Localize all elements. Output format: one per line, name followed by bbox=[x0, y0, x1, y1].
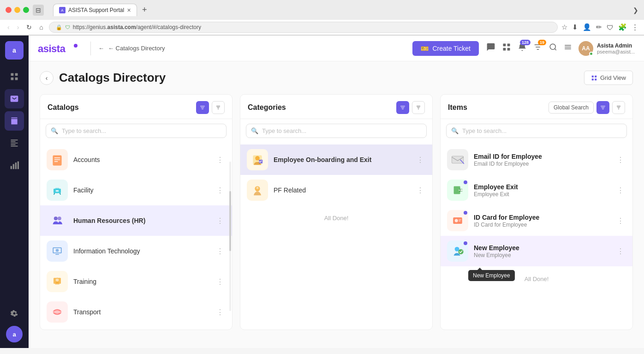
hr-more-button[interactable]: ⋮ bbox=[215, 215, 226, 227]
page-back-button[interactable]: ‹ bbox=[40, 71, 54, 85]
catalogs-panel: Catalogs 🔍 bbox=[40, 94, 233, 330]
new-tab-button[interactable]: + bbox=[139, 5, 150, 16]
category-item-onboarding[interactable]: Employee On-boarding and Exit ⋮ bbox=[240, 144, 432, 175]
it-more-button[interactable]: ⋮ bbox=[215, 245, 226, 258]
email-id-menu-button[interactable]: ⋮ bbox=[615, 154, 626, 166]
categories-list: Employee On-boarding and Exit ⋮ bbox=[240, 143, 432, 330]
extensions-icon[interactable]: 🧩 bbox=[618, 23, 627, 31]
categories-sort-button[interactable] bbox=[396, 101, 409, 114]
categories-search-input[interactable] bbox=[262, 127, 422, 134]
maximize-button[interactable] bbox=[23, 7, 29, 13]
id-card-menu-button[interactable]: ⋮ bbox=[615, 215, 626, 227]
sidebar-item-settings[interactable] bbox=[5, 304, 24, 323]
catalogs-search-input[interactable] bbox=[62, 127, 221, 134]
svg-rect-15 bbox=[565, 45, 571, 46]
catalog-item-hr[interactable]: Human Resources (HR) ⋮ bbox=[40, 205, 232, 236]
training-more-button[interactable]: ⋮ bbox=[215, 276, 226, 288]
tab-close-button[interactable]: ✕ bbox=[127, 7, 131, 13]
new-employee-tooltip: New Employee bbox=[468, 270, 515, 281]
category-item-pf[interactable]: PF Related ⋮ bbox=[240, 175, 432, 205]
reload-button[interactable]: ↻ bbox=[24, 22, 34, 33]
item-new-employee[interactable]: New Employee New Employee ⋮ New Employee bbox=[441, 236, 632, 266]
user-email: pseema@asist... bbox=[597, 49, 635, 54]
download-icon[interactable]: ⬇ bbox=[572, 23, 578, 31]
catalogs-list: Accounts ⋮ bbox=[40, 143, 232, 330]
catalogs-sort-button[interactable] bbox=[196, 101, 209, 114]
browser-tab[interactable]: A ASISTA Support Portal ✕ bbox=[53, 4, 137, 16]
catalog-item-it[interactable]: Information Technology ⋮ bbox=[40, 236, 232, 266]
sidebar-item-catalog[interactable] bbox=[5, 111, 24, 131]
breadcrumb-back[interactable]: ← ← Catalogs Directory bbox=[98, 45, 165, 52]
svg-point-49 bbox=[455, 219, 458, 222]
catalog-item-accounts[interactable]: Accounts ⋮ bbox=[40, 144, 232, 175]
filter-icon[interactable]: 19 bbox=[533, 42, 543, 54]
new-employee-menu-button[interactable]: ⋮ bbox=[615, 245, 626, 258]
chat-icon[interactable] bbox=[486, 42, 495, 54]
svg-rect-44 bbox=[256, 191, 259, 192]
back-button[interactable]: ‹ bbox=[6, 22, 12, 33]
sidebar-item-analytics[interactable] bbox=[5, 156, 24, 175]
menu-icon[interactable] bbox=[564, 43, 572, 54]
catalogs-filter-button[interactable] bbox=[212, 101, 225, 114]
search-icon[interactable] bbox=[549, 43, 557, 54]
email-id-subtitle: Email ID for Employee bbox=[474, 161, 609, 167]
bell-icon[interactable]: 128 bbox=[518, 42, 527, 54]
grid-view-button[interactable]: Grid View bbox=[584, 71, 633, 85]
svg-rect-35 bbox=[55, 254, 59, 255]
new-employee-info: New Employee New Employee bbox=[474, 244, 609, 258]
profile-icon[interactable]: 👤 bbox=[583, 23, 591, 31]
minimize-button[interactable] bbox=[14, 7, 20, 13]
catalog-item-transport[interactable]: Transport ⋮ bbox=[40, 297, 232, 327]
svg-rect-23 bbox=[54, 157, 60, 158]
catalogs-scrollbar-thumb[interactable] bbox=[229, 191, 231, 251]
it-icon bbox=[47, 240, 68, 262]
svg-rect-2 bbox=[11, 78, 14, 80]
items-search-input[interactable] bbox=[462, 127, 622, 134]
catalog-item-training[interactable]: Training ⋮ bbox=[40, 266, 232, 297]
sidebar-item-tickets[interactable] bbox=[5, 89, 24, 108]
pen-icon[interactable]: ✏ bbox=[596, 23, 602, 31]
idcard-icon bbox=[447, 210, 468, 231]
item-employee-exit[interactable]: Employee Exit Employee Exit ⋮ bbox=[441, 175, 632, 205]
svg-rect-3 bbox=[15, 78, 18, 80]
sidebar-item-reports[interactable] bbox=[5, 133, 24, 153]
svg-rect-7 bbox=[18, 162, 19, 169]
sidebar-toggle-button[interactable]: ⊟ bbox=[33, 5, 44, 16]
categories-actions bbox=[396, 101, 425, 114]
close-button[interactable] bbox=[6, 7, 12, 13]
newemployee-icon bbox=[447, 240, 468, 262]
sidebar-user-avatar[interactable]: a bbox=[6, 326, 23, 342]
create-ticket-button[interactable]: 🎫 Create Ticket bbox=[412, 41, 478, 56]
grid-icon[interactable] bbox=[502, 42, 511, 54]
catalog-item-facility[interactable]: Facility ⋮ bbox=[40, 175, 232, 205]
shield-icon[interactable]: 🛡 bbox=[607, 24, 614, 31]
user-text: Asista Admin pseema@asist... bbox=[597, 42, 635, 54]
categories-filter-button[interactable] bbox=[412, 101, 425, 114]
user-info[interactable]: AA Asista Admin pseema@asist... bbox=[578, 41, 635, 56]
menu-icon[interactable]: ⋮ bbox=[632, 23, 638, 31]
items-filter-button[interactable] bbox=[612, 101, 625, 114]
transport-more-button[interactable]: ⋮ bbox=[215, 306, 226, 318]
employee-exit-menu-button[interactable]: ⋮ bbox=[615, 184, 626, 197]
accounts-more-button[interactable]: ⋮ bbox=[215, 154, 226, 166]
new-employee-subtitle: New Employee bbox=[474, 252, 609, 258]
url-bar[interactable]: 🔒 🛡 https://genius.asista.com/agent/#/ca… bbox=[49, 22, 558, 33]
onboarding-more-button[interactable]: ⋮ bbox=[415, 154, 426, 166]
global-search-button[interactable]: Global Search bbox=[549, 102, 594, 114]
pf-more-button[interactable]: ⋮ bbox=[415, 184, 426, 197]
item-id-card[interactable]: ID Card for Employee ID Card for Employe… bbox=[441, 205, 632, 236]
star-icon[interactable]: ☆ bbox=[561, 23, 567, 31]
svg-rect-13 bbox=[507, 48, 510, 51]
page-content: ‹ Catalogs Directory Grid View Catalogs bbox=[29, 61, 644, 348]
forward-button[interactable]: › bbox=[15, 22, 21, 33]
app-wrapper: a a asista bbox=[0, 36, 644, 348]
sidebar-item-dashboard[interactable] bbox=[5, 67, 24, 86]
item-email-id[interactable]: Email ID for Employee Email ID for Emplo… bbox=[441, 144, 632, 175]
svg-rect-16 bbox=[565, 47, 571, 48]
svg-rect-1 bbox=[15, 73, 18, 76]
home-button[interactable]: ⌂ bbox=[37, 22, 45, 33]
items-sort-button[interactable] bbox=[596, 101, 609, 114]
email-icon bbox=[447, 149, 468, 170]
svg-rect-51 bbox=[459, 221, 460, 221]
facility-more-button[interactable]: ⋮ bbox=[215, 184, 226, 197]
